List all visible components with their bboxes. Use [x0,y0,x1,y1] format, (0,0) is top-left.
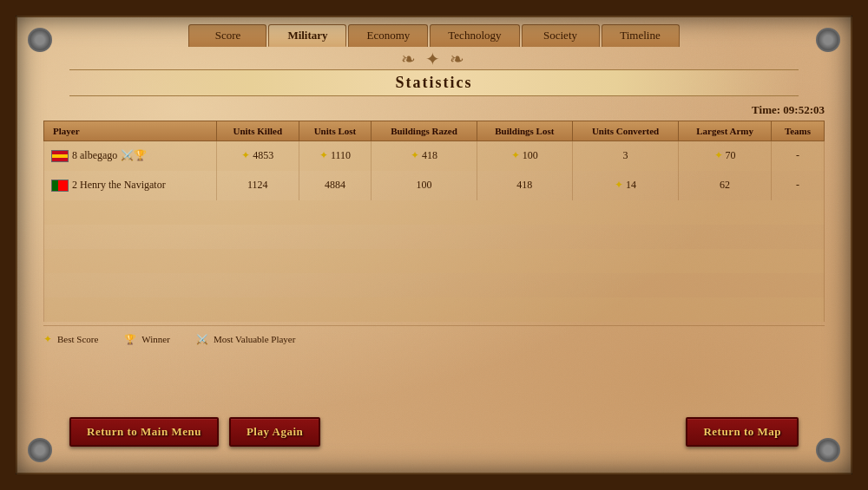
legend-winner-label: Winner [141,334,170,344]
play-again-button[interactable]: Play Again [229,417,320,447]
units-converted-cell: 3 [572,141,678,171]
units-converted-cell: ✦ 14 [572,171,678,200]
table-row-empty [44,249,825,273]
col-header-units-lost: Units Lost [299,121,372,141]
tab-score[interactable]: Score [188,24,266,47]
units-lost-cell: 4884 [299,171,372,200]
col-header-units-converted: Units Converted [572,121,678,141]
legend-area: ✦ Best Score 🏆 Winner ⚔️ Most Valuable P… [43,325,825,353]
player-cell: 2 Henry the Navigator [44,171,217,200]
buildings-lost-cell: ✦ 100 [477,141,572,171]
bottom-buttons: Return to Main Menu Play Again Return to… [17,417,851,447]
navigation-tabs: Score Military Economy Technology Societ… [17,17,851,47]
table-row: 2 Henry the Navigator 1124 4884 100 418 … [44,171,825,200]
table-row: 8 albegago ⚔️🏆 ✦ 4853 ✦ 1110 ✦ 418 [44,141,825,171]
player-name: 8 albegago [72,149,117,162]
star-icon: ✦ [615,179,623,191]
star-icon: ✦ [511,149,520,161]
scroll-decoration: ❧ ✦ ❧ [17,50,851,68]
player-cell: 8 albegago ⚔️🏆 [44,141,217,171]
return-to-map-button[interactable]: Return to Map [686,417,799,447]
col-header-buildings-razed: Buildings Razed [372,121,477,141]
table-row-empty [44,200,825,225]
corner-ornament-tr [816,28,840,52]
legend-best-score-label: Best Score [57,334,98,344]
winner-icon: 🏆 [124,334,136,345]
page-title: Statistics [69,74,799,92]
game-timer: Time: 09:52:03 [43,98,825,121]
largest-army-cell: 62 [679,171,772,200]
table-row-empty [44,225,825,249]
return-main-menu-button[interactable]: Return to Main Menu [69,417,219,447]
legend-winner: 🏆 Winner [124,333,170,346]
title-bar: Statistics [69,69,799,96]
star-icon: ✦ [241,149,250,161]
star-icon: ✦ [319,149,328,161]
tab-military[interactable]: Military [268,24,346,47]
col-header-buildings-lost: Buildings Lost [477,121,572,141]
star-icon: ✦ [411,149,419,161]
star-icon: ✦ [714,149,723,161]
legend-best-score: ✦ Best Score [43,333,98,346]
legend-mvp: ⚔️ Most Valuable Player [196,333,296,346]
legend-mvp-label: Most Valuable Player [214,334,296,344]
parchment-background: Score Military Economy Technology Societ… [16,16,852,474]
tab-economy[interactable]: Economy [348,24,428,47]
table-row-empty [44,273,825,297]
buildings-lost-cell: 418 [477,171,572,200]
statistics-table: Player Units Killed Units Lost Buildings… [43,121,825,322]
buildings-razed-cell: ✦ 418 [372,141,477,171]
teams-cell: - [771,171,824,200]
best-score-icon: ✦ [43,333,52,346]
corner-ornament-tl [28,28,52,52]
corner-ornament-br [816,438,840,462]
buildings-razed-cell: 100 [372,171,477,200]
tab-technology[interactable]: Technology [430,24,519,47]
col-header-player: Player [44,121,217,141]
mvp-icon: ⚔️ [196,334,208,345]
corner-ornament-bl [28,438,52,462]
units-killed-cell: ✦ 4853 [216,141,299,171]
content-area: Time: 09:52:03 Player Units Killed Units… [17,98,851,370]
player-name: 2 Henry the Navigator [72,179,166,192]
left-button-group: Return to Main Menu Play Again [69,417,320,447]
largest-army-cell: ✦ 70 [679,141,772,171]
units-killed-cell: 1124 [216,171,299,200]
units-lost-cell: ✦ 1110 [299,141,372,171]
teams-cell: - [771,141,824,171]
col-header-teams: Teams [771,121,824,141]
player-flag [51,180,69,192]
player-flag [51,150,69,162]
player-icons: ⚔️🏆 [121,149,147,162]
col-header-units-killed: Units Killed [216,121,299,141]
col-header-largest-army: Largest Army [679,121,772,141]
table-row-empty [44,297,825,322]
tab-society[interactable]: Society [522,24,600,47]
tab-timeline[interactable]: Timeline [602,24,680,47]
